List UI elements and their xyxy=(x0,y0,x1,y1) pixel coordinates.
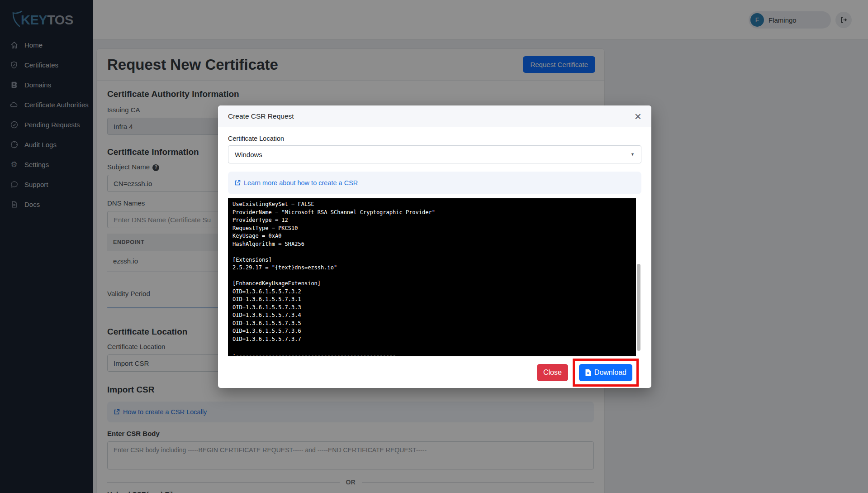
code-scrollbar[interactable] xyxy=(636,198,641,356)
close-button[interactable]: Close xyxy=(537,364,568,381)
caret-down-icon: ▼ xyxy=(631,152,635,157)
modal-title: Create CSR Request xyxy=(228,112,294,120)
learn-more-link-text: Learn more about how to create a CSR xyxy=(244,179,358,187)
download-button-label: Download xyxy=(594,369,626,377)
certificate-location-dropdown-value: Windows xyxy=(235,151,262,158)
download-button[interactable]: Download xyxy=(579,364,632,381)
external-link-icon xyxy=(234,180,241,186)
close-icon[interactable]: × xyxy=(635,112,641,121)
learn-more-link[interactable]: Learn more about how to create a CSR xyxy=(234,179,358,187)
modal-body: Certificate Location Windows ▼ Learn mor… xyxy=(218,127,651,357)
certificate-location-dropdown[interactable]: Windows ▼ xyxy=(228,145,641,163)
red-annotation-highlight: Download xyxy=(573,359,639,387)
file-download-icon xyxy=(585,369,591,376)
code-scrollbar-thumb[interactable] xyxy=(637,264,640,351)
modal-footer: Close Download xyxy=(218,357,651,388)
modal-header: Create CSR Request × xyxy=(218,105,651,127)
learn-more-link-box: Learn more about how to create a CSR xyxy=(228,172,641,194)
app-root: KEYTOS Home Certificates Domains xyxy=(0,0,868,493)
create-csr-modal: Create CSR Request × Certificate Locatio… xyxy=(218,105,651,388)
csr-code-block: UseExistingKeySet = FALSE ProviderName =… xyxy=(228,198,641,356)
csr-code-text: UseExistingKeySet = FALSE ProviderName =… xyxy=(228,198,641,356)
modal-certificate-location-label: Certificate Location xyxy=(228,135,641,142)
